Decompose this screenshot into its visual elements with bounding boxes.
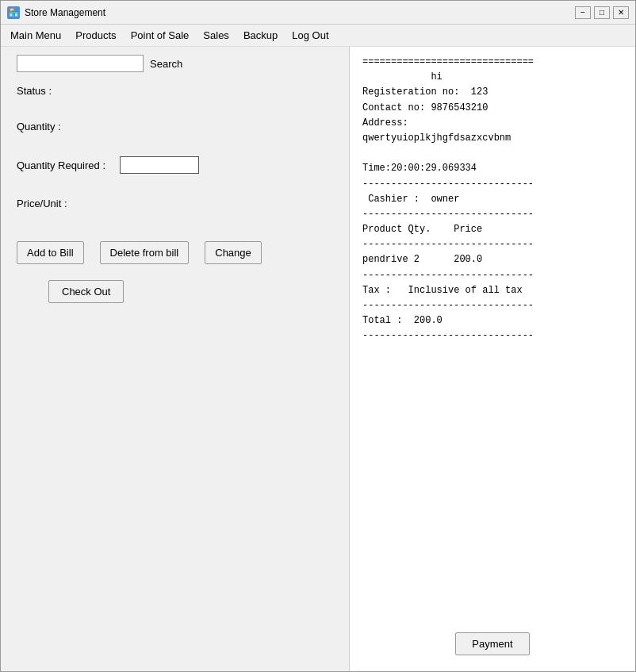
menu-products[interactable]: Products [69,27,122,44]
change-button[interactable]: Change [205,241,262,264]
right-panel: ============================== hi Regist… [350,47,635,671]
left-panel: Search Status : Quantity : Quantity Requ… [1,47,350,671]
price-unit-row: Price/Unit : [17,198,333,209]
quantity-required-label: Quantity Required : [17,159,120,171]
menu-backup[interactable]: Backup [237,27,284,44]
payment-btn-row: Payment [362,624,623,663]
close-button[interactable]: ✕ [613,6,629,19]
window-controls: − □ ✕ [575,6,629,19]
status-row: Status : [17,85,333,97]
quantity-required-row: Quantity Required : [17,156,333,174]
window-title: Store Management [25,7,105,18]
menu-main-menu[interactable]: Main Menu [4,27,67,44]
quantity-required-input[interactable] [120,156,199,174]
status-label: Status : [17,85,120,97]
checkout-button[interactable]: Check Out [48,280,124,303]
menu-log-out[interactable]: Log Out [285,27,335,44]
title-bar: 🏪 Store Management − □ ✕ [1,1,635,25]
quantity-label: Quantity : [17,121,120,132]
content-area: Search Status : Quantity : Quantity Requ… [1,47,635,671]
action-buttons: Add to Bill Delete from bill Change [17,241,333,264]
title-bar-left: 🏪 Store Management [7,6,105,19]
delete-from-bill-button[interactable]: Delete from bill [100,241,190,264]
main-window: 🏪 Store Management − □ ✕ Main Menu Produ… [0,0,636,672]
payment-button[interactable]: Payment [455,632,529,655]
quantity-row: Quantity : [17,121,333,132]
search-input[interactable] [17,55,144,72]
menu-sales[interactable]: Sales [197,27,236,44]
receipt-area: ============================== hi Regist… [362,55,623,624]
price-unit-label: Price/Unit : [17,198,120,209]
app-icon: 🏪 [7,6,20,19]
minimize-button[interactable]: − [575,6,591,19]
menu-point-of-sale[interactable]: Point of Sale [125,27,196,44]
search-label: Search [150,58,182,70]
search-row: Search [17,55,333,72]
maximize-button[interactable]: □ [594,6,610,19]
receipt-text: ============================== hi Regist… [362,55,623,344]
add-to-bill-button[interactable]: Add to Bill [17,241,84,264]
menu-bar: Main Menu Products Point of Sale Sales B… [1,25,635,47]
